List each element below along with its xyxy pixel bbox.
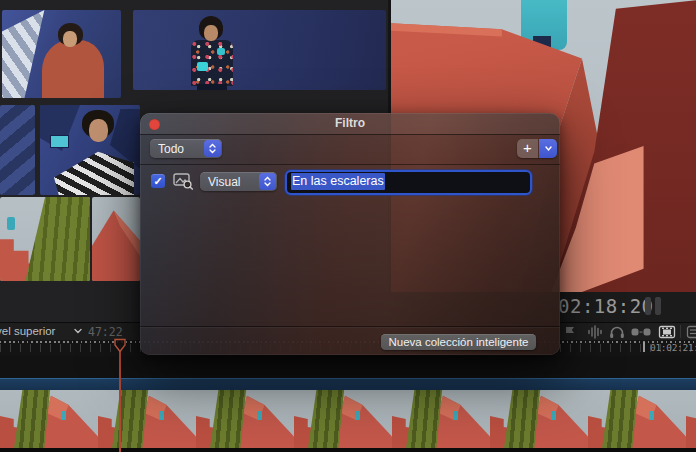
filter-rule-row: ✓ Visual En las escaleras <box>140 164 560 202</box>
chevron-up-down-icon <box>204 140 221 157</box>
pause-bars-icon <box>655 297 661 315</box>
playhead-line[interactable] <box>119 351 121 452</box>
add-rule-menu-button[interactable] <box>539 139 557 158</box>
clip-art <box>197 84 227 90</box>
timeline-bottom-strip <box>0 448 696 452</box>
clip-art <box>24 197 90 281</box>
clip-art <box>63 31 77 47</box>
criterion-type-value: Visual <box>208 175 240 189</box>
rule-checkbox[interactable]: ✓ <box>151 174 165 188</box>
audio-waveform-icon[interactable] <box>586 324 604 340</box>
clip-art <box>54 149 134 195</box>
browser-clip-selfie-person[interactable] <box>40 105 140 195</box>
browser-clip-red-pyramid[interactable] <box>92 197 140 281</box>
filter-dialog: Filtro Todo + <box>140 113 560 355</box>
dialog-title: Filtro <box>140 116 560 130</box>
clip-art <box>50 135 69 148</box>
filmstrip-frame <box>490 390 588 448</box>
playhead-icon[interactable] <box>112 338 128 353</box>
clip-appearance-icon[interactable] <box>658 324 676 340</box>
browser-clip-stairs-person[interactable] <box>2 10 121 98</box>
selected-text: En las escaleras <box>291 173 385 190</box>
ruler-timecode-label: 01:02:21:00 <box>650 342 696 353</box>
chevron-down-icon <box>544 144 553 153</box>
timeline-filmstrip[interactable] <box>0 390 696 448</box>
image-search-icon <box>173 172 194 190</box>
filmstrip-frame <box>98 390 196 448</box>
clip-art <box>7 217 15 230</box>
new-smart-collection-button[interactable]: Nueva colección inteligente <box>381 334 536 350</box>
clip-art <box>42 40 104 98</box>
clip-duration-label: 47:22 <box>88 325 123 339</box>
level-nav-button[interactable]: vel superior <box>0 325 55 337</box>
browser-clip-blue-stairs[interactable] <box>0 105 35 195</box>
pause-bars-icon <box>645 297 651 315</box>
browser-clip-standing-person[interactable] <box>133 10 386 90</box>
add-rule-group: + <box>517 139 557 158</box>
chevron-down-icon <box>73 326 83 336</box>
clip-art <box>197 62 208 71</box>
browser-clip-cactus[interactable] <box>0 197 90 281</box>
filmstrip-frame <box>588 390 686 448</box>
clip-art <box>89 119 108 142</box>
fcp-main-window: 02:18:20 vel superior 47:22 <box>0 0 696 452</box>
filmstrip-frame <box>0 390 98 448</box>
flag-icon[interactable] <box>562 324 580 340</box>
clip-art <box>217 48 225 55</box>
scope-popup[interactable]: Todo <box>150 139 222 158</box>
timecode-display: 02:18:20 <box>558 295 696 317</box>
chevron-up-down-icon <box>259 173 276 190</box>
filmstrip-frame <box>294 390 392 448</box>
timeline-background <box>0 356 696 378</box>
toolbar-divider <box>680 325 681 338</box>
criterion-type-popup[interactable]: Visual <box>200 172 277 191</box>
toolbar-icon-group <box>560 323 696 341</box>
add-rule-button[interactable]: + <box>517 139 538 158</box>
filter-text-input[interactable]: En las escaleras <box>285 170 532 195</box>
dialog-footer: Nueva colección inteligente <box>140 326 560 356</box>
dialog-titlebar[interactable]: Filtro <box>140 113 560 135</box>
scope-row: Todo + <box>140 135 560 165</box>
filmstrip-frame <box>686 390 696 448</box>
scope-popup-value: Todo <box>158 142 184 156</box>
index-icon[interactable] <box>686 324 696 340</box>
ruler-mark <box>643 342 645 352</box>
filmstrip-frame <box>392 390 490 448</box>
snapping-icon[interactable] <box>630 324 652 340</box>
headphones-icon[interactable] <box>608 324 626 340</box>
clip-art <box>204 25 218 41</box>
filmstrip-frame <box>196 390 294 448</box>
